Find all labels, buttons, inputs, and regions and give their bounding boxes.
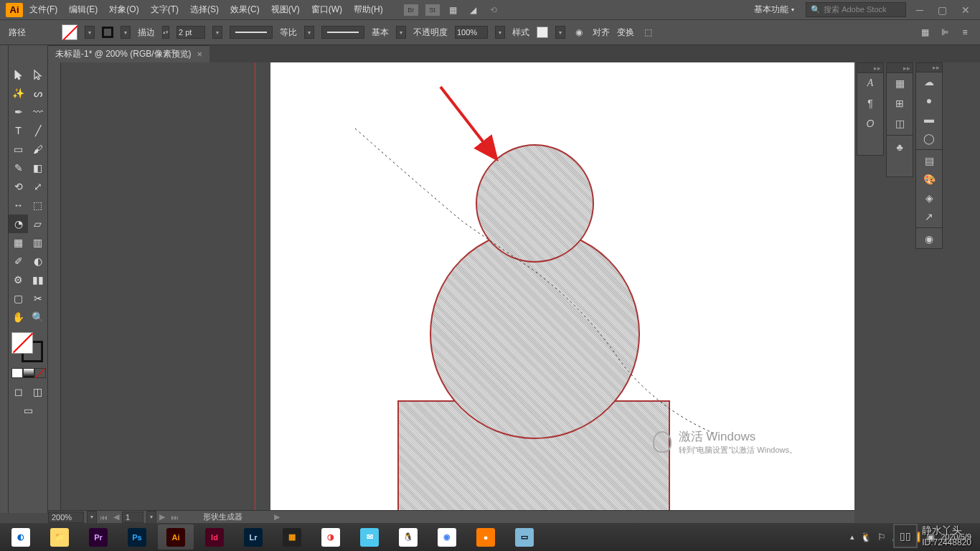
next-artboard[interactable]: ▶ — [156, 512, 168, 522]
panel-collapse-3[interactable]: ▸▸ — [916, 63, 942, 72]
shaper-tool[interactable]: ✎ — [9, 159, 28, 177]
symbol-sprayer-tool[interactable]: ⚙ — [9, 270, 28, 289]
menu-object[interactable]: 对象(O) — [104, 1, 143, 18]
transform-label[interactable]: 变换 — [617, 27, 634, 39]
align-panel-icon[interactable]: ⊫ — [938, 26, 951, 39]
isolate-icon[interactable]: ▦ — [918, 26, 931, 39]
search-input[interactable]: 🔍搜索 Adobe Stock — [806, 2, 906, 17]
first-artboard[interactable]: ⏮ — [97, 513, 110, 522]
graph-tool[interactable]: ▮▮ — [28, 270, 47, 289]
hand-tool[interactable]: ✋ — [9, 308, 28, 326]
fill-color-box[interactable] — [11, 332, 33, 354]
color-mode-none[interactable] — [34, 368, 46, 378]
minimize-button[interactable]: ─ — [912, 4, 928, 16]
fill-swatch[interactable] — [62, 24, 77, 40]
menu-type[interactable]: 文字(T) — [146, 1, 184, 18]
stroke-weight-dropdown[interactable]: ▾ — [212, 26, 222, 39]
draw-mode-normal[interactable]: ◻ — [9, 382, 28, 401]
workspace-switcher[interactable]: 基本功能▾ — [748, 2, 800, 17]
transform-panel-icon[interactable]: ⊞ — [887, 93, 913, 113]
direct-selection-tool[interactable] — [28, 65, 47, 84]
style-dropdown[interactable]: ▾ — [555, 26, 565, 39]
eyedropper-tool[interactable]: ✐ — [9, 252, 28, 270]
lasso-tool[interactable]: ᔕ — [28, 84, 47, 103]
tray-flag-icon[interactable]: ⚐ — [877, 532, 886, 542]
taskbar-app-chrome[interactable]: ◉ — [429, 524, 465, 550]
arrange-icon[interactable]: ▦ — [447, 4, 460, 17]
paintbrush-tool[interactable]: 🖌 — [28, 140, 47, 159]
tool-dock-grip[interactable] — [0, 45, 9, 62]
line-tool[interactable]: ╱ — [28, 121, 47, 140]
taskbar-app-qq[interactable]: 🐧 — [390, 524, 426, 550]
taskbar-app-lightroom[interactable]: Lr — [235, 524, 271, 550]
taskbar-app-0[interactable]: ◐ — [3, 524, 39, 550]
taskbar-app-indesign[interactable]: Id — [197, 524, 232, 550]
menu-edit[interactable]: 编辑(E) — [64, 1, 103, 18]
stroke-dropdown[interactable]: ▾ — [121, 26, 131, 39]
blend-tool[interactable]: ◐ — [28, 252, 47, 270]
guide-line[interactable] — [255, 62, 255, 513]
more-icon[interactable]: ≡ — [958, 26, 971, 39]
curvature-tool[interactable]: 〰 — [28, 103, 47, 121]
links-icon[interactable]: ↗ — [916, 207, 942, 226]
close-button[interactable]: ✕ — [957, 4, 974, 16]
screen-mode[interactable]: ▭ — [9, 401, 47, 420]
gpu-icon[interactable]: ◢ — [467, 4, 480, 17]
symbols-icon[interactable]: ♣ — [887, 137, 913, 157]
tray-qq-icon[interactable]: 🐧 — [860, 532, 872, 542]
taskbar-app-7[interactable]: ▦ — [274, 524, 310, 550]
zoom-dropdown[interactable]: ▾ — [87, 511, 97, 524]
taskbar-app-13[interactable]: ▭ — [507, 524, 542, 550]
scale-tool[interactable]: ⤢ — [28, 177, 47, 196]
color-mode-solid[interactable] — [11, 368, 23, 378]
zoom-level[interactable]: 200% — [48, 512, 84, 523]
appearance-icon[interactable]: ◉ — [916, 230, 942, 248]
free-transform-tool[interactable]: ⬚ — [28, 196, 47, 215]
width-tool[interactable]: ↔ — [9, 196, 28, 215]
panel-collapse-1[interactable]: ▸▸ — [857, 63, 883, 73]
shape-builder-tool[interactable]: ◔ — [9, 215, 28, 233]
opacity-input[interactable] — [455, 26, 488, 39]
artboard-dropdown[interactable]: ▾ — [146, 511, 156, 524]
menu-select[interactable]: 选择(S) — [185, 1, 224, 18]
color-mode-gradient[interactable] — [23, 368, 34, 378]
rectangle-tool[interactable]: ▭ — [9, 140, 28, 159]
opacity-dropdown[interactable]: ▾ — [495, 26, 505, 39]
style-swatch[interactable] — [537, 27, 548, 38]
draw-mode-behind[interactable]: ◫ — [28, 382, 47, 401]
last-artboard[interactable]: ⏭ — [168, 513, 182, 522]
taskbar-app-8[interactable]: ◑ — [313, 524, 349, 550]
paragraph-panel-icon[interactable]: ¶ — [857, 93, 883, 113]
recolor-icon[interactable]: ◉ — [573, 26, 585, 39]
taskbar-app-illustrator[interactable]: Ai — [158, 524, 194, 550]
menu-effect[interactable]: 效果(C) — [225, 1, 265, 18]
fill-dropdown[interactable]: ▾ — [85, 26, 95, 39]
gradient-panel-icon[interactable]: 🎨 — [916, 170, 942, 189]
libraries-icon[interactable]: ☁ — [916, 72, 942, 91]
panel-collapse-2[interactable]: ▸▸ — [887, 63, 913, 73]
zoom-tool[interactable]: 🔍 — [28, 308, 47, 326]
prev-artboard[interactable]: ◀ — [110, 512, 122, 522]
taskbar-app-photoshop[interactable]: Ps — [119, 524, 155, 550]
menu-file[interactable]: 文件(F) — [24, 1, 62, 18]
tab-close-button[interactable]: × — [197, 49, 203, 60]
character-panel-icon[interactable]: A — [857, 73, 883, 93]
mesh-tool[interactable]: ▦ — [9, 233, 28, 252]
menu-window[interactable]: 窗口(W) — [306, 1, 347, 18]
artboard-number[interactable]: 1 — [122, 512, 143, 523]
swatches-icon[interactable]: ▬ — [916, 110, 942, 128]
document-tab[interactable]: 未标题-1* @ 200% (RGB/像素预览) × — [48, 45, 209, 62]
magic-wand-tool[interactable]: ✨ — [9, 84, 28, 103]
taskbar-app-explorer[interactable]: 📁 — [42, 524, 77, 550]
brush-def[interactable] — [321, 26, 364, 39]
color-panel-icon[interactable]: ▤ — [916, 151, 942, 170]
align-icon[interactable]: ▦ — [887, 73, 913, 93]
sync-icon[interactable]: ⟲ — [487, 4, 500, 17]
eraser-tool[interactable]: ◧ — [28, 159, 47, 177]
type-tool[interactable]: T — [9, 121, 28, 140]
canvas[interactable]: 激活 Windows 转到"电脑设置"以激活 Windows。 — [48, 62, 854, 513]
tray-up-icon[interactable]: ▴ — [850, 532, 854, 542]
restore-button[interactable]: ▢ — [933, 4, 951, 16]
stroke-weight-input[interactable] — [176, 26, 205, 39]
pathfinder-icon[interactable]: ◫ — [887, 113, 913, 133]
